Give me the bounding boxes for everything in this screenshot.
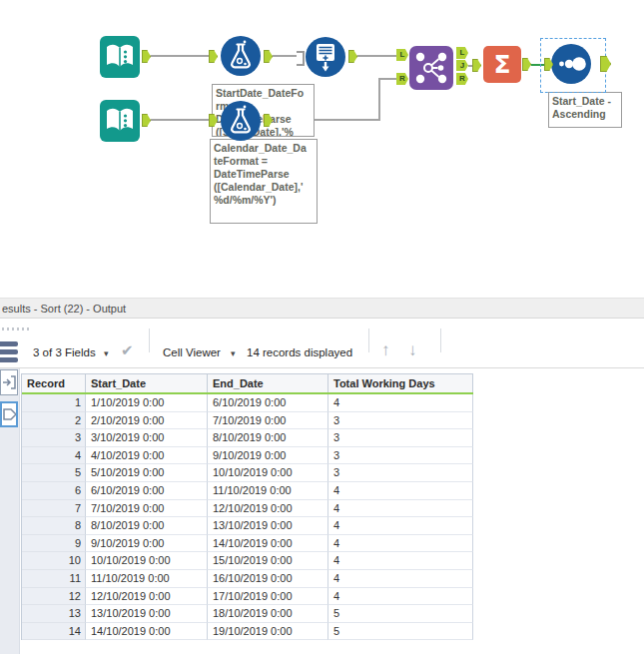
table-cell[interactable]: 8/10/2019 0:00: [208, 429, 328, 447]
next-record-down-arrow-icon[interactable]: ↓: [408, 340, 417, 360]
table-row[interactable]: 99/10/2019 0:0014/10/2019 0:004: [22, 535, 473, 553]
table-cell[interactable]: 4: [328, 394, 473, 412]
join-output-anchor-right[interactable]: R: [456, 73, 468, 85]
table-cell[interactable]: 13/10/2019 0:00: [86, 605, 208, 623]
table-cell[interactable]: 5: [328, 623, 473, 641]
connection-formula2-join-h2[interactable]: [378, 78, 396, 80]
table-row[interactable]: 44/10/2019 0:009/10/2019 0:003: [22, 447, 473, 465]
table-cell[interactable]: 19/10/2019 0:00: [208, 623, 328, 641]
record-number-cell[interactable]: 11: [22, 570, 86, 588]
join-output-anchor-left[interactable]: L: [456, 47, 468, 59]
table-cell[interactable]: 8/10/2019 0:00: [86, 517, 208, 535]
table-row[interactable]: 1313/10/2019 0:0018/10/2019 0:005: [22, 605, 473, 623]
generate-rows-tool[interactable]: [305, 36, 346, 82]
table-cell[interactable]: 10/10/2019 0:00: [208, 464, 328, 482]
cell-viewer-selector[interactable]: Cell Viewer: [163, 346, 221, 358]
record-number-cell[interactable]: 6: [22, 482, 86, 500]
column-header-record[interactable]: Record: [22, 374, 86, 392]
table-cell[interactable]: 3: [328, 429, 473, 447]
table-cell[interactable]: 4: [328, 482, 473, 500]
record-number-cell[interactable]: 4: [22, 447, 86, 465]
join-input-anchor-left[interactable]: L: [396, 49, 408, 61]
table-cell[interactable]: 12/10/2019 0:00: [208, 500, 328, 518]
table-row[interactable]: 1212/10/2019 0:0017/10/2019 0:004: [22, 588, 473, 606]
table-cell[interactable]: 9/10/2019 0:00: [86, 535, 208, 553]
table-cell[interactable]: 4: [328, 517, 473, 535]
summarize-tool[interactable]: Σ: [483, 46, 521, 87]
sort-output-anchor[interactable]: [600, 56, 611, 72]
table-cell[interactable]: 6/10/2019 0:00: [86, 482, 208, 500]
table-cell[interactable]: 18/10/2019 0:00: [208, 605, 328, 623]
record-number-cell[interactable]: 1: [22, 394, 86, 412]
annotation-formula2[interactable]: Calendar_Date_Da teFormat = DateTimePars…: [210, 139, 318, 224]
join-output-anchor-join[interactable]: J: [456, 60, 468, 71]
previous-record-up-arrow-icon[interactable]: ↑: [381, 340, 390, 360]
join-input-anchor-right[interactable]: R: [396, 73, 408, 85]
connection-input1-formula1[interactable]: [151, 55, 209, 57]
table-cell[interactable]: 5: [328, 605, 473, 623]
apply-check-icon[interactable]: ✔: [121, 341, 134, 359]
table-cell[interactable]: 4/10/2019 0:00: [86, 447, 208, 465]
cell-viewer-dropdown-caret-icon[interactable]: ▾: [231, 348, 236, 358]
table-cell[interactable]: 12/10/2019 0:00: [86, 588, 208, 606]
input2-output-anchor[interactable]: [142, 114, 151, 127]
table-row[interactable]: 55/10/2019 0:0010/10/2019 0:003: [22, 464, 473, 482]
table-cell[interactable]: 10/10/2019 0:00: [86, 552, 208, 570]
record-number-cell[interactable]: 7: [22, 500, 86, 518]
table-cell[interactable]: 4: [328, 552, 473, 570]
table-row[interactable]: 33/10/2019 0:008/10/2019 0:003: [22, 429, 473, 447]
table-cell[interactable]: 13/10/2019 0:00: [208, 517, 328, 535]
results-grid-icon[interactable]: [0, 341, 18, 365]
column-header-total-working-days[interactable]: Total Working Days: [328, 374, 473, 392]
table-cell[interactable]: 3: [328, 464, 473, 482]
formula1-input-anchor[interactable]: [209, 50, 218, 63]
table-cell[interactable]: 2/10/2019 0:00: [86, 412, 208, 430]
table-cell[interactable]: 17/10/2019 0:00: [208, 588, 328, 606]
table-cell[interactable]: 7/10/2019 0:00: [86, 500, 208, 518]
record-number-cell[interactable]: 14: [22, 623, 86, 641]
formula-tool-2[interactable]: [220, 100, 262, 146]
table-row[interactable]: 77/10/2019 0:0012/10/2019 0:004: [22, 500, 473, 518]
table-row[interactable]: 22/10/2019 0:007/10/2019 0:003: [22, 412, 473, 430]
table-cell[interactable]: 4: [328, 535, 473, 553]
record-number-cell[interactable]: 5: [22, 464, 86, 482]
record-number-cell[interactable]: 8: [22, 517, 86, 535]
generaterows-input-anchor[interactable]: [297, 51, 305, 66]
connection-formula1-generaterows[interactable]: [273, 55, 297, 57]
table-row[interactable]: 88/10/2019 0:0013/10/2019 0:004: [22, 517, 473, 535]
record-number-cell[interactable]: 9: [22, 535, 86, 553]
record-number-cell[interactable]: 2: [22, 412, 86, 430]
sort-tool[interactable]: [550, 43, 592, 89]
table-row[interactable]: 1414/10/2019 0:0019/10/2019 0:005: [22, 623, 473, 641]
table-cell[interactable]: 11/10/2019 0:00: [86, 570, 208, 588]
column-header-end-date[interactable]: End_Date: [208, 374, 328, 392]
record-number-cell[interactable]: 3: [22, 429, 86, 447]
input-anchor-button[interactable]: [0, 369, 18, 395]
table-cell[interactable]: 4: [328, 500, 473, 518]
table-cell[interactable]: 4: [328, 570, 473, 588]
table-cell[interactable]: 15/10/2019 0:00: [208, 552, 328, 570]
generaterows-output-anchor[interactable]: [348, 50, 357, 63]
table-cell[interactable]: 14/10/2019 0:00: [208, 535, 328, 553]
table-cell[interactable]: 3: [328, 412, 473, 430]
input-data-tool-1[interactable]: [100, 36, 140, 82]
table-cell[interactable]: 1/10/2019 0:00: [86, 394, 208, 412]
table-row[interactable]: 1010/10/2019 0:0015/10/2019 0:004: [22, 552, 473, 570]
table-cell[interactable]: 14/10/2019 0:00: [86, 623, 208, 641]
column-header-start-date[interactable]: Start_Date: [86, 374, 208, 392]
table-row[interactable]: 11/10/2019 0:006/10/2019 0:004: [22, 394, 473, 412]
output-anchor-button[interactable]: [0, 401, 18, 427]
record-number-cell[interactable]: 12: [22, 588, 86, 606]
table-cell[interactable]: 11/10/2019 0:00: [208, 482, 328, 500]
input1-output-anchor[interactable]: [142, 50, 151, 63]
workflow-canvas[interactable]: StartDate_DateFo rmat = DateTimeParse ([…: [0, 0, 644, 298]
table-cell[interactable]: 16/10/2019 0:00: [208, 570, 328, 588]
fields-selector[interactable]: 3 of 3 Fields: [33, 346, 96, 358]
table-cell[interactable]: 7/10/2019 0:00: [208, 412, 328, 430]
table-cell[interactable]: 3: [328, 447, 473, 465]
input-data-tool-2[interactable]: [100, 100, 140, 146]
table-cell[interactable]: 4: [328, 588, 473, 606]
fields-dropdown-caret-icon[interactable]: ▾: [104, 348, 109, 358]
table-cell[interactable]: 9/10/2019 0:00: [208, 447, 328, 465]
formula-tool-1[interactable]: [220, 35, 262, 81]
